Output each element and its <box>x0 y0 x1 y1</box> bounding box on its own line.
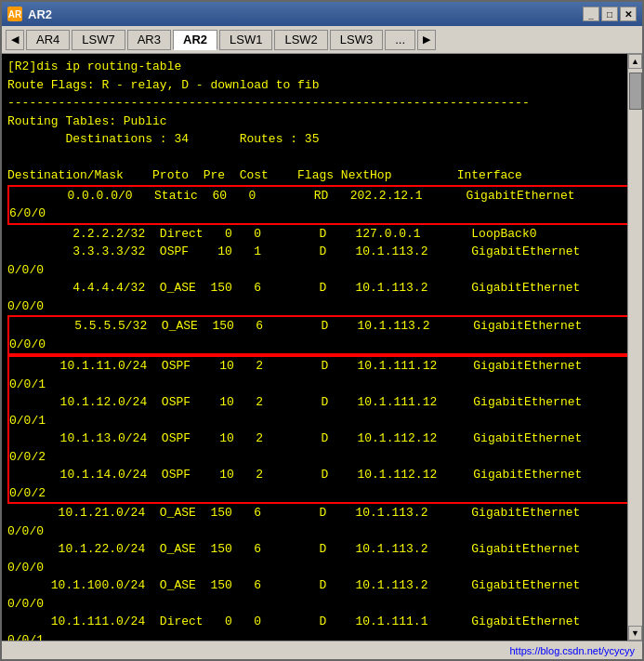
tab-lsw3[interactable]: LSW3 <box>330 30 383 50</box>
tab-ar4[interactable]: AR4 <box>26 30 70 50</box>
tab-ar3[interactable]: AR3 <box>127 30 171 50</box>
tab-more[interactable]: ... <box>385 30 415 50</box>
terminal-output-2: 0.0.0.0/0 Static 60 0 RD 202.2.12.1 Giga… <box>7 185 637 225</box>
content-area: [R2]dis ip routing-table Route Flags: R … <box>2 54 642 641</box>
tab-lsw2[interactable]: LSW2 <box>274 30 327 50</box>
title-bar-left: AR AR2 <box>7 7 52 21</box>
terminal-output: [R2]dis ip routing-table Route Flags: R … <box>7 58 637 185</box>
tab-ar2[interactable]: AR2 <box>173 30 217 50</box>
scroll-up-button[interactable]: ▲ <box>628 54 642 69</box>
title-bar: AR AR2 _ □ ✕ <box>2 2 642 26</box>
status-url: https://blog.csdn.net/ycycyy <box>509 645 635 656</box>
window-title: AR2 <box>28 7 52 21</box>
app-icon: AR <box>7 7 22 21</box>
tab-bar: ◀ AR4 LSW7 AR3 AR2 LSW1 LSW2 LSW3 ... ▶ <box>2 26 642 54</box>
terminal-output-5: 10.1.11.0/24 OSPF 10 2 D 10.1.111.12 Gig… <box>7 355 637 504</box>
tab-prev-button[interactable]: ◀ <box>6 30 24 50</box>
tab-lsw1[interactable]: LSW1 <box>219 30 272 50</box>
restore-button[interactable]: □ <box>601 7 618 21</box>
terminal[interactable]: [R2]dis ip routing-table Route Flags: R … <box>2 54 642 641</box>
close-button[interactable]: ✕ <box>620 7 637 21</box>
main-window: AR AR2 _ □ ✕ ◀ AR4 LSW7 AR3 AR2 LSW1 LSW… <box>0 0 644 661</box>
tab-next-button[interactable]: ▶ <box>417 30 436 50</box>
title-bar-controls: _ □ ✕ <box>583 7 637 21</box>
terminal-output-6: 10.1.21.0/24 O_ASE 150 6 D 10.1.113.2 Gi… <box>7 504 637 641</box>
terminal-output-3: 2.2.2.2/32 Direct 0 0 D 127.0.0.1 LoopBa… <box>7 225 637 316</box>
scroll-track <box>628 69 642 626</box>
terminal-output-4: 5.5.5.5/32 O_ASE 150 6 D 10.1.113.2 Giga… <box>7 315 637 355</box>
minimize-button[interactable]: _ <box>583 7 599 21</box>
scroll-down-button[interactable]: ▼ <box>628 626 642 641</box>
scroll-thumb[interactable] <box>629 73 642 110</box>
tab-lsw7[interactable]: LSW7 <box>72 30 125 50</box>
scrollbar[interactable]: ▲ ▼ <box>627 54 642 641</box>
status-bar: https://blog.csdn.net/ycycyy <box>2 641 642 659</box>
